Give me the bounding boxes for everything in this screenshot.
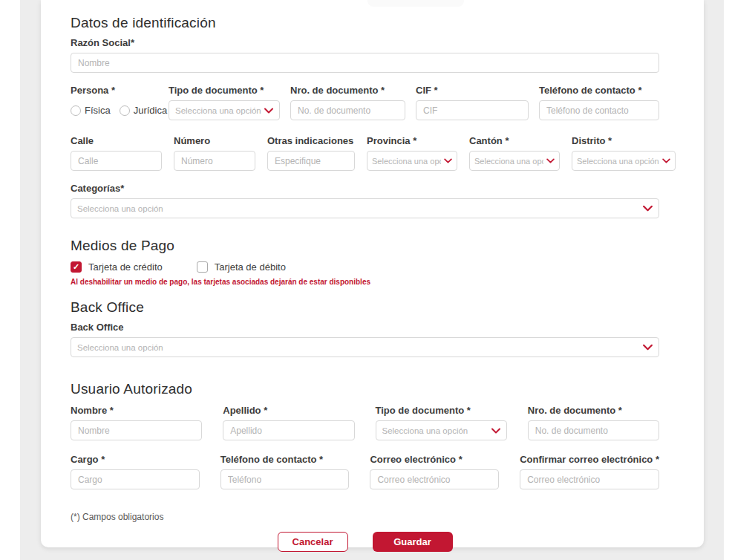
back-office-field: Back Office Selecciona una opción — [71, 322, 659, 357]
chevron-down-icon — [491, 428, 500, 434]
calle-field: Calle — [71, 135, 162, 171]
cif-label: CIF * — [416, 85, 529, 96]
confirmar-correo-input[interactable] — [520, 469, 659, 489]
numero-field: Número — [174, 135, 255, 171]
address-row: Calle Número Otras indicaciones Provinci… — [71, 135, 659, 171]
tarjeta-credito-checkbox[interactable]: ✓ — [71, 261, 82, 273]
radio-juridica-label: Jurídica — [134, 105, 168, 116]
section-title-medios-pago: Medios de Pago — [71, 238, 659, 254]
canton-select[interactable]: Selecciona una opción — [469, 151, 560, 171]
persona-field: Persona * Física Jurídica — [71, 85, 158, 120]
radio-fisica-label: Física — [85, 105, 111, 116]
radio-juridica[interactable]: Jurídica — [120, 105, 168, 116]
usuario-tipo-documento-label: Tipo de documento * — [376, 405, 507, 416]
tipo-documento-label: Tipo de documento * — [169, 85, 280, 96]
usuario-telefono-input[interactable] — [220, 469, 350, 489]
section-title-back-office: Back Office — [71, 299, 659, 316]
razon-social-field: Razón Social* — [71, 37, 659, 73]
nro-documento-input[interactable] — [290, 100, 405, 120]
usuario-apellido-input[interactable] — [223, 420, 354, 440]
confirmar-correo-field: Confirmar correo electrónico * — [520, 454, 659, 489]
provincia-value: Selecciona una opción — [372, 157, 441, 166]
tarjeta-credito-option[interactable]: ✓ Tarjeta de crédito — [71, 261, 163, 273]
usuario-tipo-documento-select[interactable]: Selecciona una opción — [376, 420, 507, 440]
correo-field: Correo electrónico * — [370, 454, 499, 489]
cif-input[interactable] — [416, 100, 529, 120]
otras-indicaciones-label: Otras indicaciones — [267, 135, 355, 146]
provincia-field: Provincia * Selecciona una opción — [367, 135, 457, 171]
canton-label: Cantón * — [469, 135, 560, 146]
distrito-field: Distrito * Selecciona una opción — [572, 135, 676, 171]
action-buttons: Cancelar Guardar — [71, 532, 659, 552]
radio-fisica[interactable]: Física — [71, 105, 111, 116]
provincia-select[interactable]: Selecciona una opción — [367, 151, 457, 171]
form-content: Datos de identificación Razón Social* Pe… — [41, 0, 704, 552]
save-button[interactable]: Guardar — [373, 532, 453, 552]
cargo-input[interactable] — [71, 469, 200, 489]
tarjeta-debito-option[interactable]: ✓ Tarjeta de débito — [197, 261, 286, 273]
canton-field: Cantón * Selecciona una opción — [469, 135, 560, 171]
canton-value: Selecciona una opción — [474, 157, 543, 166]
section-title-usuario-autorizado: Usuario Autorizado — [71, 381, 659, 397]
distrito-label: Distrito * — [572, 135, 676, 146]
tipo-documento-value: Selecciona una opción — [175, 106, 261, 115]
usuario-nro-documento-label: Nro. de documento * — [528, 405, 659, 416]
categorias-select[interactable]: Selecciona una opción — [71, 198, 659, 218]
usuario-apellido-field: Apellido * — [223, 405, 354, 440]
usuario-telefono-label: Teléfono de contacto * — [220, 454, 350, 465]
payment-warning-note: Al deshabilitar un medio de pago, las ta… — [71, 278, 659, 286]
razon-social-label: Razón Social* — [71, 37, 659, 48]
usuario-nombre-input[interactable] — [71, 420, 202, 440]
distrito-value: Selecciona una opción — [577, 157, 659, 166]
usuario-tipo-documento-field: Tipo de documento * Selecciona una opció… — [376, 405, 507, 440]
razon-social-input[interactable] — [71, 53, 659, 73]
categorias-label: Categorías* — [71, 183, 659, 194]
usuario-nro-documento-field: Nro. de documento * — [528, 405, 659, 440]
persona-radio-group: Física Jurídica — [71, 100, 158, 120]
radio-circle-icon[interactable] — [120, 105, 130, 116]
tarjeta-debito-label: Tarjeta de débito — [215, 261, 286, 273]
page: Datos de identificación Razón Social* Pe… — [0, 0, 732, 560]
tipo-documento-field: Tipo de documento * Selecciona una opció… — [169, 85, 280, 120]
telefono-contacto-input[interactable] — [539, 100, 659, 120]
calle-label: Calle — [71, 135, 162, 146]
provincia-label: Provincia * — [367, 135, 457, 146]
usuario-nombre-label: Nombre * — [71, 405, 202, 416]
chevron-down-icon — [546, 158, 555, 163]
chevron-down-icon — [662, 158, 670, 163]
otras-indicaciones-input[interactable] — [267, 151, 355, 171]
correo-input[interactable] — [370, 469, 499, 489]
radio-circle-icon[interactable] — [71, 105, 81, 116]
back-office-value: Selecciona una opción — [77, 343, 163, 352]
form-card: Datos de identificación Razón Social* Pe… — [41, 0, 704, 547]
numero-input[interactable] — [174, 151, 255, 171]
usuario-apellido-label: Apellido * — [223, 405, 354, 416]
calle-input[interactable] — [71, 151, 162, 171]
chevron-down-icon — [444, 158, 452, 163]
correo-label: Correo electrónico * — [370, 454, 499, 465]
chevron-down-icon — [643, 344, 653, 351]
categorias-value: Selecciona una opción — [77, 204, 163, 213]
identity-row: Persona * Física Jurídica Tipo de docum — [71, 85, 659, 120]
campos-obligatorios-note: (*) Campos obligatorios — [71, 512, 659, 522]
telefono-contacto-field: Teléfono de contacto * — [539, 85, 659, 120]
usuario-row-2: Cargo * Teléfono de contacto * Correo el… — [71, 454, 659, 489]
usuario-nro-documento-input[interactable] — [528, 420, 659, 440]
numero-label: Número — [174, 135, 255, 146]
back-office-select[interactable]: Selecciona una opción — [71, 337, 659, 357]
cancel-button[interactable]: Cancelar — [278, 532, 348, 552]
cargo-field: Cargo * — [71, 454, 200, 489]
tarjeta-debito-checkbox[interactable]: ✓ — [197, 261, 208, 273]
cif-field: CIF * — [416, 85, 529, 120]
scrolled-element-remnant — [367, 0, 464, 7]
usuario-row-1: Nombre * Apellido * Tipo de documento * … — [71, 405, 659, 440]
usuario-nombre-field: Nombre * — [71, 405, 202, 440]
cargo-label: Cargo * — [71, 454, 200, 465]
persona-label: Persona * — [71, 85, 158, 96]
section-title-identificacion: Datos de identificación — [71, 15, 659, 31]
tipo-documento-select[interactable]: Selecciona una opción — [169, 100, 280, 120]
confirmar-correo-label: Confirmar correo electrónico * — [520, 454, 659, 465]
otras-indicaciones-field: Otras indicaciones — [267, 135, 355, 171]
chevron-down-icon — [643, 205, 653, 212]
distrito-select[interactable]: Selecciona una opción — [572, 151, 676, 171]
